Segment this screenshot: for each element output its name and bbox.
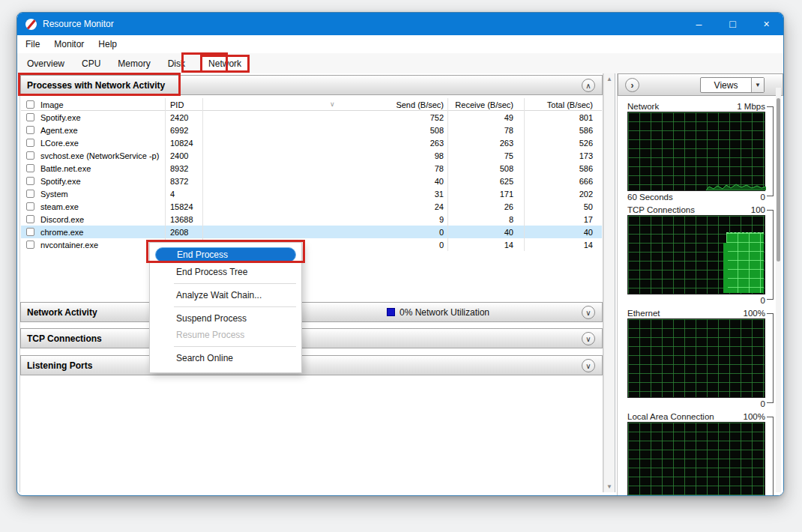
row-checkbox[interactable] [26, 190, 34, 198]
sort-chevron-icon[interactable]: ∨ [330, 100, 335, 108]
lan-graph-title: Local Area Connection [627, 412, 714, 421]
tab-memory[interactable]: Memory [115, 57, 152, 70]
cell-pid: 8932 [166, 162, 203, 175]
network-activity-chevron-down-icon[interactable]: ∨ [582, 306, 595, 319]
table-row[interactable]: Battle.net.exe893278508586 [21, 162, 602, 175]
network-activity-section-header[interactable]: Network Activity 0% Network Utilization … [20, 302, 603, 322]
row-checkbox[interactable] [26, 228, 34, 236]
menu-item-end-process[interactable]: End Process [155, 247, 296, 262]
collapse-chevron-up-icon[interactable]: ∧ [582, 79, 595, 92]
table-row[interactable]: nvcontainer.exe01414 [21, 238, 602, 251]
cell-send: 24 [203, 200, 448, 213]
panel-scrollbar-thumb[interactable] [777, 98, 780, 262]
row-checkbox[interactable] [26, 202, 34, 211]
cell-pid: 2400 [166, 149, 203, 162]
network-activity-sparkline [628, 181, 766, 190]
tcp-connections-fill-step [723, 243, 728, 293]
tcp-graph-bracket [767, 210, 774, 300]
cell-send: 78 [203, 162, 448, 175]
select-all-checkbox[interactable] [26, 100, 34, 109]
tcp-connections-title: TCP Connections [21, 333, 102, 344]
cell-tot: 586 [525, 124, 602, 136]
cell-send: 0 [203, 226, 448, 238]
menu-item-analyze-wait-chain[interactable]: Analyze Wait Chain... [150, 287, 301, 303]
menu-item-resume-process: Resume Process [150, 327, 301, 343]
process-image-name: nvcontainer.exe [40, 241, 98, 250]
table-header-row[interactable]: Image PID Send (B/sec) Receive (B/sec) T… [21, 98, 602, 111]
utilization-swatch-icon [387, 308, 395, 316]
process-image-name: svchost.exe (NetworkService -p) [40, 151, 159, 160]
cell-recv: 75 [448, 149, 525, 162]
minimize-button[interactable]: – [682, 13, 716, 35]
close-button[interactable]: × [750, 13, 783, 35]
scroll-down-icon[interactable]: ▼ [604, 483, 615, 490]
graphs-panel: › Views ▼ Network 1 Mbps 60 Seconds 0 TC… [617, 73, 783, 495]
table-row[interactable]: svchost.exe (NetworkService -p)240098751… [21, 149, 602, 162]
table-row[interactable]: Spotify.exe837240625666 [21, 175, 602, 187]
processes-section-title: Processes with Network Activity [21, 80, 165, 91]
cell-send: 98 [203, 149, 448, 162]
network-graph-timespan: 60 Seconds [627, 193, 673, 202]
views-toolbar: › Views ▼ [618, 73, 783, 96]
menu-item-end-process-tree[interactable]: End Process Tree [150, 264, 301, 280]
row-checkbox[interactable] [26, 113, 34, 121]
table-row[interactable]: Discord.exe136889817 [21, 213, 602, 226]
ethernet-graph-block: Ethernet 100% 0 [627, 307, 776, 409]
panel-scrollbar[interactable] [776, 88, 781, 492]
row-checkbox[interactable] [26, 241, 34, 249]
menu-item-search-online[interactable]: Search Online [150, 350, 301, 366]
row-checkbox[interactable] [26, 151, 34, 160]
tab-network[interactable]: Network [200, 55, 250, 73]
views-button[interactable]: Views ▼ [700, 77, 765, 93]
table-row[interactable]: steam.exe15824242650 [21, 200, 602, 213]
collapse-panel-arrow-icon[interactable]: › [625, 78, 639, 92]
cell-tot: 173 [525, 149, 602, 162]
utilization-label: 0% Network Utilization [400, 307, 489, 318]
processes-section-header[interactable]: Processes with Network Activity ∧ [20, 75, 603, 95]
tab-overview[interactable]: Overview [25, 57, 67, 70]
main-scrollbar[interactable]: ▲ ▼ [603, 73, 615, 492]
lan-graph-block: Local Area Connection 100% [627, 411, 776, 496]
row-checkbox[interactable] [26, 215, 34, 223]
tab-cpu[interactable]: CPU [79, 57, 103, 70]
process-image-name: chrome.exe [40, 228, 83, 237]
resource-monitor-window: Resource Monitor – □ × FileMonitorHelp O… [16, 12, 784, 496]
title-bar[interactable]: Resource Monitor – □ × [17, 13, 783, 35]
cell-recv: 171 [448, 187, 525, 200]
row-checkbox[interactable] [26, 139, 34, 147]
menu-monitor[interactable]: Monitor [54, 39, 84, 49]
column-header-pid: PID [166, 98, 203, 111]
table-row[interactable]: Spotify.exe242075249801 [21, 111, 602, 124]
cell-pid: 13688 [166, 213, 203, 226]
cell-pid: 15824 [166, 200, 203, 213]
menu-item-suspend-process[interactable]: Suspend Process [150, 310, 301, 327]
row-checkbox[interactable] [26, 164, 34, 172]
row-checkbox[interactable] [26, 177, 34, 185]
cell-recv: 8 [448, 213, 525, 226]
row-checkbox[interactable] [26, 126, 34, 134]
lan-graph-bracket [767, 417, 774, 496]
table-row[interactable]: System431171202 [21, 187, 602, 200]
menu-help[interactable]: Help [98, 39, 117, 49]
cell-tot: 17 [525, 213, 602, 226]
cell-send: 263 [203, 136, 448, 149]
listening-ports-section-header[interactable]: Listening Ports ∨ [20, 355, 603, 375]
window-title: Resource Monitor [43, 19, 114, 29]
table-row[interactable]: Agent.exe699250878586 [21, 124, 602, 136]
menu-file[interactable]: File [25, 39, 40, 49]
tab-disk[interactable]: Disk [166, 57, 187, 70]
table-row[interactable]: LCore.exe10824263263526 [21, 136, 602, 149]
tcp-connections-chevron-down-icon[interactable]: ∨ [582, 332, 595, 345]
table-row[interactable]: chrome.exe260804040 [21, 226, 602, 238]
tcp-connections-graph [627, 215, 765, 294]
main-content: Processes with Network Activity ∧ ∨ Imag… [19, 73, 603, 492]
maximize-button[interactable]: □ [716, 13, 750, 35]
process-image-name: System [40, 190, 68, 199]
scroll-up-icon[interactable]: ▲ [604, 76, 615, 82]
tcp-connections-section-header[interactable]: TCP Connections ∨ [20, 328, 603, 348]
listening-ports-chevron-down-icon[interactable]: ∨ [582, 359, 595, 372]
views-dropdown-arrow-icon[interactable]: ▼ [751, 78, 764, 92]
cell-tot: 40 [525, 226, 602, 238]
cell-send: 40 [203, 175, 448, 187]
network-activity-title: Network Activity [21, 307, 97, 318]
